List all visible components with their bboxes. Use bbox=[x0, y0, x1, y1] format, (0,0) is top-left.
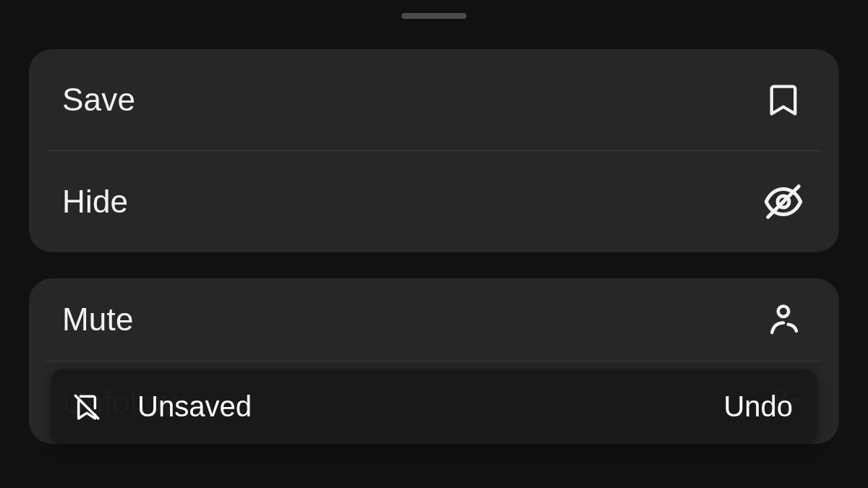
menu-group-1: Save Hide bbox=[29, 49, 839, 252]
hide-label: Hide bbox=[62, 184, 128, 220]
bookmark-removed-icon bbox=[71, 391, 103, 423]
toast-message: Unsaved bbox=[137, 390, 252, 423]
save-row[interactable]: Save bbox=[29, 49, 839, 150]
bookmark-icon bbox=[761, 77, 806, 122]
save-label: Save bbox=[62, 82, 135, 118]
svg-point-2 bbox=[778, 307, 788, 317]
action-sheet: Save Hide Mute bbox=[0, 0, 868, 488]
toast: Unsaved Undo bbox=[51, 369, 817, 445]
drag-handle[interactable] bbox=[401, 13, 467, 19]
hide-row[interactable]: Hide bbox=[29, 151, 839, 252]
mute-label: Mute bbox=[62, 301, 134, 338]
drag-handle-area[interactable] bbox=[0, 0, 868, 32]
user-circle-icon bbox=[761, 297, 806, 342]
mute-row[interactable]: Mute bbox=[29, 278, 839, 361]
eye-off-icon bbox=[761, 179, 806, 224]
undo-button[interactable]: Undo bbox=[723, 390, 793, 423]
toast-content: Unsaved bbox=[71, 390, 252, 423]
